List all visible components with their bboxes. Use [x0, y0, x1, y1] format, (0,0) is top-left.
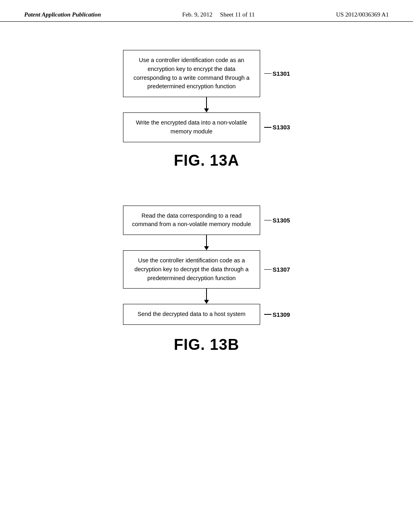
fig13a-title: FIG. 13A: [174, 152, 239, 169]
patent-number: US 2012/0036369 A1: [336, 11, 389, 18]
step-s1307-label: S1307: [264, 266, 290, 273]
page-header: Patent Application Publication Feb. 9, 2…: [0, 0, 413, 22]
fig13b-section: Read the data corresponding to a read co…: [32, 193, 381, 370]
arrow-line: [206, 97, 207, 108]
arrow-line: [206, 235, 207, 246]
fig13a-flowchart: Use a controller identification code as …: [114, 50, 299, 142]
step-s1305-box: Read the data corresponding to a read co…: [123, 206, 260, 235]
step-s1301-text: Use a controller identification code as …: [133, 57, 250, 89]
arrow-head: [204, 108, 209, 112]
step-s1303-text: Write the encrypted data into a non-vola…: [136, 119, 247, 135]
step-s1301-row: Use a controller identification code as …: [123, 50, 290, 97]
step-s1307-text: Use the controller identification code a…: [134, 257, 248, 281]
arrow-1305-to-1307: [204, 235, 209, 250]
sheet-info: Sheet 11 of 11: [220, 11, 255, 18]
step-s1309-text: Send the decrypted data to a host system: [138, 311, 246, 317]
arrow-line: [206, 289, 207, 300]
fig13b-flowchart: Read the data corresponding to a read co…: [114, 206, 299, 325]
step-s1301-box: Use a controller identification code as …: [123, 50, 260, 97]
step-s1303-box: Write the encrypted data into a non-vola…: [123, 112, 260, 142]
step-s1305-label: S1305: [264, 217, 290, 224]
step-s1309-row: Send the decrypted data to a host system…: [123, 304, 290, 325]
step-s1309-label: S1309: [264, 311, 290, 318]
arrow-head: [204, 246, 209, 250]
step-s1305-text: Read the data corresponding to a read co…: [132, 212, 251, 228]
step-s1309-box: Send the decrypted data to a host system: [123, 304, 260, 325]
publication-label: Patent Application Publication: [24, 11, 101, 18]
fig13b-title: FIG. 13B: [174, 336, 239, 353]
fig13a-section: Use a controller identification code as …: [32, 38, 381, 185]
step-s1307-row: Use the controller identification code a…: [123, 250, 290, 289]
step-s1301-label: S1301: [264, 70, 290, 77]
date-sheet: Feb. 9, 2012 Sheet 11 of 11: [182, 11, 255, 18]
step-s1303-label: S1303: [264, 124, 290, 131]
arrow-head: [204, 300, 209, 304]
step-s1307-box: Use the controller identification code a…: [123, 250, 260, 289]
arrow-1307-to-1309: [204, 289, 209, 304]
step-s1303-row: Write the encrypted data into a non-vola…: [123, 112, 290, 142]
step-s1305-row: Read the data corresponding to a read co…: [123, 206, 290, 235]
date: Feb. 9, 2012: [182, 11, 213, 18]
main-content: Use a controller identification code as …: [0, 22, 413, 394]
arrow-1301-to-1303: [204, 97, 209, 112]
